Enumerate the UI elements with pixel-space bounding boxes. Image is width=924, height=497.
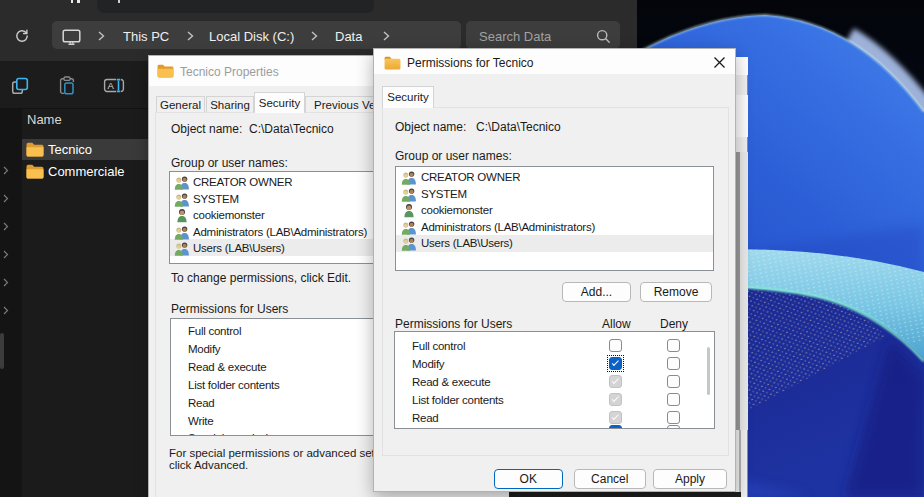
svg-text:A: A <box>108 80 115 91</box>
